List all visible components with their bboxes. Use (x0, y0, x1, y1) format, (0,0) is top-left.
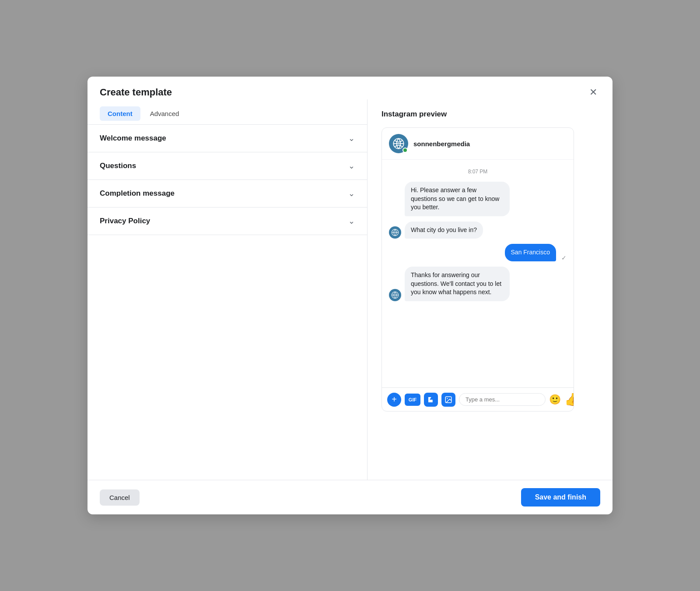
message-bubble-1: Hi. Please answer a few questions so we … (405, 182, 510, 216)
message-row-4: Thanks for answering our questions. We'l… (389, 267, 567, 301)
modal-title: Create template (100, 87, 172, 98)
accordion-item-completion[interactable]: Completion message ⌄ (88, 180, 367, 208)
tab-content[interactable]: Content (100, 106, 140, 121)
create-template-modal: Create template ✕ Content Advanced Welco… (88, 77, 612, 514)
accordion-label-privacy: Privacy Policy (100, 217, 150, 225)
accordion-list: Welcome message ⌄ Questions ⌄ Completion… (88, 121, 367, 480)
message-sent-checkmark: ✓ (561, 254, 567, 261)
chevron-down-icon-questions: ⌄ (348, 161, 355, 171)
chevron-down-icon-completion: ⌄ (348, 189, 355, 198)
message-row-1: Hi. Please answer a few questions so we … (389, 182, 567, 216)
close-button[interactable]: ✕ (586, 85, 600, 99)
like-button[interactable]: 👍 (564, 392, 574, 407)
message-bubble-2: What city do you live in? (405, 222, 483, 239)
ig-header: sonnenbergmedia (382, 128, 574, 160)
svg-point-7 (447, 398, 448, 399)
instagram-preview: sonnenbergmedia 8:07 PM Hi. Please answe… (382, 127, 574, 412)
image-button[interactable] (441, 393, 455, 407)
ig-messages: 8:07 PM Hi. Please answer a few question… (382, 160, 574, 387)
msg-avatar-icon-4 (391, 291, 399, 299)
message-timestamp: 8:07 PM (389, 169, 567, 175)
message-text-input[interactable] (459, 393, 546, 406)
message-avatar-4 (389, 289, 401, 301)
ig-input-bar: + GIF (382, 387, 574, 411)
sticker-button[interactable] (424, 393, 438, 407)
message-bubble-4: Thanks for answering our questions. We'l… (405, 267, 510, 301)
message-avatar-2 (389, 226, 401, 239)
ig-username: sonnenbergmedia (413, 140, 470, 148)
modal-body: Content Advanced Welcome message ⌄ Quest… (88, 99, 612, 480)
tabs-container: Content Advanced (88, 99, 367, 121)
left-panel: Content Advanced Welcome message ⌄ Quest… (88, 99, 368, 480)
message-bubble-3: San Francisco (505, 244, 556, 261)
add-icon-button[interactable]: + (387, 393, 401, 407)
cancel-button[interactable]: Cancel (100, 489, 140, 506)
accordion-label-completion: Completion message (100, 189, 175, 198)
preview-title: Instagram preview (382, 110, 598, 119)
accordion-label-welcome: Welcome message (100, 134, 166, 143)
message-row-2: What city do you live in? (389, 222, 567, 239)
close-icon: ✕ (589, 87, 597, 98)
tab-advanced[interactable]: Advanced (142, 106, 187, 121)
accordion-item-welcome[interactable]: Welcome message ⌄ (88, 124, 367, 152)
ig-avatar (389, 134, 408, 153)
msg-avatar-icon-2 (391, 229, 399, 236)
modal-header: Create template ✕ (88, 77, 612, 99)
chevron-down-icon-privacy: ⌄ (348, 216, 355, 226)
right-panel: Instagram preview (368, 99, 612, 480)
accordion-label-questions: Questions (100, 162, 136, 170)
accordion-item-privacy[interactable]: Privacy Policy ⌄ (88, 208, 367, 235)
gif-button[interactable]: GIF (405, 394, 420, 406)
message-row-3: San Francisco ✓ (389, 244, 567, 261)
chevron-down-icon-welcome: ⌄ (348, 134, 355, 143)
save-finish-button[interactable]: Save and finish (521, 488, 600, 507)
image-icon (444, 396, 452, 404)
modal-footer: Cancel Save and finish (88, 480, 612, 514)
sticker-icon (427, 396, 435, 404)
online-status-dot (402, 148, 408, 153)
accordion-item-questions[interactable]: Questions ⌄ (88, 152, 367, 180)
emoji-button[interactable]: 🙂 (549, 394, 561, 405)
